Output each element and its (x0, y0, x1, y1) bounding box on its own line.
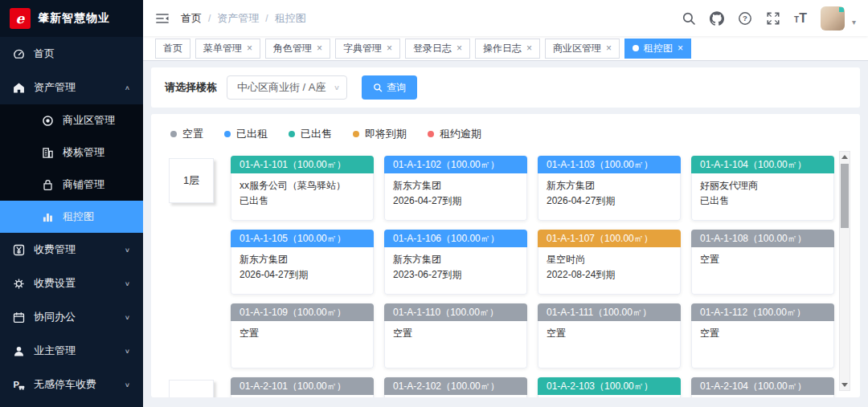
room-card-line: 2026-04-27到期 (393, 193, 518, 209)
close-icon[interactable]: × (457, 43, 462, 53)
room-card-body: 星空时尚2022-08-24到期 (538, 247, 681, 295)
search-icon[interactable] (682, 11, 696, 26)
legend-dot (170, 131, 177, 137)
tab-菜单管理[interactable]: 菜单管理× (195, 39, 260, 59)
user-icon (13, 345, 25, 357)
room-card-body: 空置 (691, 247, 834, 295)
room-card-title: 01-A-1-110（100.00㎡） (384, 303, 527, 321)
close-icon[interactable]: × (317, 43, 322, 53)
room-card[interactable]: 01-A-2-101（100.00㎡）空置 (231, 377, 374, 397)
sidebar-item-yen[interactable]: 收费管理∨ (0, 233, 143, 267)
avatar[interactable] (821, 6, 845, 31)
sidebar-item-label: 楼栋管理 (63, 145, 104, 160)
room-card-body: 空置 (691, 395, 834, 397)
sidebar-item-shop[interactable]: 商铺管理 (0, 169, 143, 201)
room-card[interactable]: 01-A-2-103（100.00㎡）星空时尚 (538, 377, 681, 397)
breadcrumb-item[interactable]: 资产管理 (217, 11, 259, 26)
room-card[interactable]: 01-A-1-106（100.00㎡）新东方集团2023-06-27到期 (384, 230, 527, 295)
font-size-icon[interactable]: TT (794, 11, 807, 26)
legend-item-vacant: 空置 (170, 127, 203, 141)
tab-首页[interactable]: 首页 (155, 39, 190, 59)
chevron-down-icon: ∨ (334, 83, 340, 92)
sidebar-item-building[interactable]: 楼栋管理 (0, 136, 143, 169)
tab-字典管理[interactable]: 字典管理× (335, 39, 400, 59)
room-card[interactable]: 01-A-1-108（100.00㎡）空置 (691, 230, 834, 295)
room-card[interactable]: 01-A-1-105（100.00㎡）新东方集团2026-04-27到期 (231, 230, 374, 295)
floor-label-col: 1层 (169, 156, 231, 368)
tab-租控图[interactable]: 租控图× (624, 39, 691, 59)
sidebar-item-bar-chart[interactable]: 租控图 (0, 201, 143, 233)
close-icon[interactable]: × (247, 43, 252, 53)
search-button[interactable]: 查询 (362, 75, 417, 100)
main-area: 首页/资产管理/租控图 ? TT ▾ 首页菜单管理×角色管理× (143, 0, 868, 407)
tab-登录日志[interactable]: 登录日志× (405, 39, 470, 59)
fullscreen-icon[interactable] (766, 11, 780, 26)
close-icon[interactable]: × (606, 43, 612, 53)
sidebar-collapse-icon[interactable] (155, 11, 170, 26)
filter-panel: 请选择楼栋 中心区商业街 / A座 ∨ 查询 (151, 67, 860, 108)
vertical-scrollbar[interactable] (839, 151, 850, 391)
room-card[interactable]: 01-A-1-112（100.00㎡）空置 (691, 303, 834, 368)
sidebar: e 肇新智慧物业 首页资产管理∧商业区管理楼栋管理商铺管理租控图收费管理∨收费设… (0, 0, 143, 407)
tab-label: 角色管理 (273, 42, 312, 55)
legend-label: 空置 (182, 127, 203, 141)
room-card[interactable]: 01-A-1-111（100.00㎡）空置 (538, 303, 681, 368)
close-icon[interactable]: × (526, 43, 532, 53)
caret-down-icon[interactable]: ▾ (852, 18, 856, 26)
tab-角色管理[interactable]: 角色管理× (265, 39, 330, 59)
app-logo[interactable]: e 肇新智慧物业 (0, 0, 143, 37)
tab-操作日志[interactable]: 操作日志× (475, 39, 540, 59)
github-icon[interactable] (710, 11, 724, 26)
rent-board-panel: 空置已出租已出售即将到期租约逾期 1层01-A-1-101（100.00㎡）xx… (151, 114, 860, 397)
sidebar-item-home[interactable]: 资产管理∧ (0, 71, 143, 104)
room-card-line: 新东方集团 (240, 252, 365, 267)
brand-logo-icon: e (10, 8, 31, 29)
room-card[interactable]: 01-A-2-102（100.00㎡）空置 (384, 377, 527, 397)
sidebar-item-dashboard[interactable]: 首页 (0, 37, 143, 71)
close-icon[interactable]: × (678, 43, 683, 53)
room-card-body: 新东方集团2026-04-27到期 (538, 173, 681, 221)
room-card[interactable]: 01-A-1-107（100.00㎡）星空时尚2022-08-24到期 (538, 230, 681, 295)
sidebar-item-calendar[interactable]: 协同办公∨ (0, 300, 143, 334)
building-select[interactable]: 中心区商业街 / A座 ∨ (227, 75, 347, 100)
scrollbar-up-button[interactable] (840, 152, 850, 162)
scrollbar-thumb[interactable] (841, 164, 849, 228)
shop-icon (42, 179, 54, 191)
room-card[interactable]: 01-A-1-102（100.00㎡）新东方集团2026-04-27到期 (384, 156, 527, 221)
help-icon[interactable]: ? (738, 11, 752, 26)
chevron-down-icon: ∨ (125, 280, 130, 287)
breadcrumb-item[interactable]: 首页 (181, 11, 202, 26)
sidebar-item-user[interactable]: 业主管理∨ (0, 334, 143, 368)
room-card-title: 01-A-1-103（100.00㎡） (538, 156, 681, 173)
yen-icon (13, 244, 25, 256)
sidebar-item-fee-settings[interactable]: 收费设置∨ (0, 267, 143, 300)
room-card-line: 已出售 (240, 193, 365, 209)
room-card-body: 空置 (384, 321, 527, 368)
room-card-body: 空置 (384, 395, 527, 397)
floor-label: 2层 (169, 380, 214, 397)
fee-settings-icon (13, 278, 25, 290)
room-card[interactable]: 01-A-1-110（100.00㎡）空置 (384, 303, 527, 368)
tab-商业区管理[interactable]: 商业区管理× (545, 39, 620, 59)
sidebar-item-compass[interactable]: 商业区管理 (0, 104, 143, 136)
room-card[interactable]: 01-A-1-103（100.00㎡）新东方集团2026-04-27到期 (538, 156, 681, 221)
room-card-title: 01-A-2-102（100.00㎡） (384, 377, 527, 395)
board-scroll-area: 1层01-A-1-101（100.00㎡）xx服务公司（菜鸟驿站）已出售01-A… (169, 149, 860, 397)
tab-label: 操作日志 (483, 42, 522, 55)
tab-label: 菜单管理 (203, 42, 242, 55)
room-card[interactable]: 01-A-1-101（100.00㎡）xx服务公司（菜鸟驿站）已出售 (231, 156, 374, 221)
building-select-label: 请选择楼栋 (165, 80, 217, 95)
floor-group: 1层01-A-1-101（100.00㎡）xx服务公司（菜鸟驿站）已出售01-A… (169, 156, 828, 368)
sidebar-item-parking[interactable]: P无感停车收费∨ (0, 368, 143, 401)
legend-label: 已出租 (236, 127, 268, 141)
app-title: 肇新智慧物业 (38, 11, 110, 26)
room-card[interactable]: 01-A-2-104（100.00㎡）空置 (691, 377, 834, 397)
legend-item-overdue: 租约逾期 (428, 127, 481, 141)
chevron-up-icon: ∧ (125, 84, 130, 92)
close-icon[interactable]: × (387, 43, 392, 53)
room-card[interactable]: 01-A-1-104（100.00㎡）好丽友代理商已出售 (691, 156, 834, 221)
scrollbar-down-button[interactable] (840, 380, 850, 390)
room-card[interactable]: 01-A-1-109（100.00㎡）空置 (231, 303, 374, 368)
sidebar-item-report[interactable]: 统计报表∨ (0, 401, 143, 407)
room-card-body: 新东方集团2023-06-27到期 (384, 247, 527, 295)
